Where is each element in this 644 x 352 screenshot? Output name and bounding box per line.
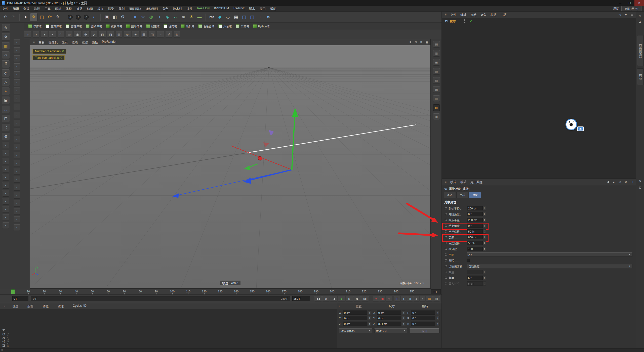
viewport-menu-5[interactable]: 过滤 <box>80 40 90 44</box>
object-manager-menu-5[interactable]: 标签 <box>489 13 499 17</box>
am-search-icon[interactable]: ◎ <box>617 180 622 184</box>
param-spinner[interactable]: ▲▼ <box>483 235 486 239</box>
field-button-13[interactable]: 公式域 <box>236 24 249 28</box>
menu-item-18[interactable]: RealFlow <box>195 7 212 11</box>
menu-item-11[interactable]: 渲染 <box>106 7 116 11</box>
spinner-down-icon[interactable]: ▼ <box>403 318 405 320</box>
timeline-ruler[interactable]: 0 F 102030405060708090100110120130140150… <box>0 289 441 295</box>
sidebar-extra-icon-6[interactable]: ▪ <box>3 182 9 189</box>
menu-item-4[interactable]: 选择 <box>32 7 42 11</box>
coordinate-spinner[interactable]: ▲▼ <box>402 316 405 320</box>
palette-slot-icon-23[interactable]: ▫ <box>14 216 20 223</box>
coordinate-spinner[interactable]: ▲▼ <box>368 316 371 320</box>
spinner-down-icon[interactable]: ▼ <box>484 278 485 279</box>
position-y-field[interactable]: 0 cm <box>343 316 367 320</box>
panel-grip-icon[interactable]: ⠿ <box>337 305 342 307</box>
rotation-toggle[interactable]: R <box>407 296 413 301</box>
position-toggle[interactable]: P <box>394 296 400 301</box>
attribute-tab-1[interactable]: 基本 <box>444 192 456 198</box>
attribute-manager-menu-1[interactable]: 模式 <box>448 180 458 184</box>
viewport-menu-6[interactable]: 面板 <box>90 40 100 44</box>
palette-slot-icon-21[interactable]: ▫ <box>14 200 20 207</box>
sculpt-pull-icon[interactable]: ◔ <box>24 31 31 38</box>
editor-visibility-dot[interactable] <box>464 19 465 21</box>
spline-pen-icon[interactable]: ✑ <box>139 13 147 21</box>
viewport-menu-2[interactable]: 摄像机 <box>47 40 60 44</box>
param-value-field[interactable]: 200 cm <box>467 206 483 210</box>
scale-tool-icon[interactable]: ◳ <box>38 13 46 21</box>
sculpt-fill-icon[interactable]: ◧ <box>99 31 106 38</box>
spinner-down-icon[interactable]: ▼ <box>484 220 485 221</box>
material-tab-5[interactable]: Cycles 4D <box>70 304 89 308</box>
sculpt-mirror-icon[interactable]: ◫ <box>149 31 155 38</box>
spinner-down-icon[interactable]: ▼ <box>437 324 439 325</box>
material-tab-3[interactable]: 功能 <box>40 304 51 308</box>
mograph-icon[interactable]: ∷ <box>172 13 179 21</box>
menu-item-3[interactable]: 创建 <box>21 7 32 11</box>
param-checkbox[interactable] <box>467 259 470 262</box>
attribute-manager-menu-2[interactable]: 编辑 <box>458 180 468 184</box>
render-settings-icon[interactable]: ⚙ <box>119 13 127 21</box>
previous-key-button[interactable]: ◀● <box>322 296 330 301</box>
spinner-down-icon[interactable]: ▼ <box>484 208 485 210</box>
current-frame-box[interactable]: 0 F <box>431 289 441 294</box>
field-button-12[interactable]: 声音域 <box>218 24 232 28</box>
keyframe-dot-icon[interactable] <box>445 271 447 273</box>
am-lock-icon[interactable]: ◻ <box>629 180 634 184</box>
palette-layout-icon-8[interactable]: ◧ <box>433 104 440 111</box>
menu-item-23[interactable]: 帮助 <box>268 7 278 11</box>
spinner-down-icon[interactable]: ▼ <box>403 324 405 325</box>
sculpt-scrape-icon[interactable]: ◭ <box>91 31 97 38</box>
spinner-down-icon[interactable]: ▼ <box>484 284 485 285</box>
go-to-end-button[interactable]: ▶▮ <box>361 296 369 301</box>
maximize-button[interactable]: ▢ <box>625 0 634 6</box>
sculpt-erase-icon[interactable]: ◨ <box>107 31 114 38</box>
strip-search-icon[interactable]: ◎ <box>638 14 643 18</box>
shader-ball-icon[interactable]: ◆ <box>216 13 224 21</box>
coordinate-spinner[interactable]: ▲▼ <box>402 311 405 315</box>
palette-layout-icon-7[interactable]: ◫ <box>433 95 440 102</box>
material-tab-4[interactable]: 纹理 <box>55 304 66 308</box>
plugin-puzzle-icon[interactable]: ◰ <box>240 13 248 21</box>
sidebar-extra-icon-10[interactable]: ▪ <box>3 214 9 221</box>
object-manager-menu-1[interactable]: 文件 <box>448 13 458 17</box>
light-icon[interactable]: ☀ <box>188 13 195 21</box>
sculpt-inflate-icon[interactable]: ◉ <box>74 31 81 38</box>
menu-item-5[interactable]: 工具 <box>42 7 53 11</box>
keyframe-dot-icon[interactable] <box>445 248 447 250</box>
tab-structure[interactable]: 构造 <box>637 68 643 85</box>
param-value-field[interactable]: 200 cm <box>467 218 483 222</box>
strip-lock-icon[interactable]: ◻ <box>638 185 643 190</box>
instance-icon[interactable]: ◈ <box>164 13 171 21</box>
plugin-puzzle-icon-2[interactable]: ◱ <box>248 13 256 21</box>
param-spinner[interactable]: ▲▼ <box>483 241 486 245</box>
strip-plus-icon[interactable]: ✚ <box>638 20 643 25</box>
menu-item-21[interactable]: 脚本 <box>247 7 257 11</box>
param-spinner[interactable]: ▲▼ <box>483 281 486 286</box>
field-button-5[interactable]: 圆锥体域 <box>86 24 102 28</box>
param-select[interactable]: 自动适应▼ <box>467 264 632 268</box>
playhead-marker[interactable] <box>11 289 15 294</box>
menu-item-13[interactable]: 运动跟踪 <box>127 7 143 11</box>
material-tab-1[interactable]: 创建 <box>10 304 21 308</box>
palette-slot-icon-14[interactable]: ▫ <box>14 144 20 150</box>
play-button[interactable]: ▶ <box>338 296 345 301</box>
panel-grip-icon[interactable]: ⠿ <box>31 41 36 43</box>
palette-layout-icon-9[interactable]: ◨ <box>433 113 440 120</box>
field-button-4[interactable]: 圆柱体域 <box>66 24 82 28</box>
next-key-button[interactable]: ●▶ <box>353 296 361 301</box>
spinner-down-icon[interactable]: ▼ <box>484 232 485 233</box>
panel-grip-icon[interactable]: ⠿ <box>2 305 7 307</box>
field-button-2[interactable]: 球体域 <box>28 24 42 28</box>
sidebar-extra-icon-4[interactable]: ▪ <box>3 166 9 172</box>
size-x-field[interactable]: 0 cm <box>377 311 401 315</box>
x-axis-knob[interactable] <box>258 156 262 160</box>
menu-item-14[interactable]: 运动图形 <box>143 7 160 11</box>
menu-item-22[interactable]: 窗口 <box>257 7 268 11</box>
palette-slot-icon-12[interactable]: ▫ <box>14 128 20 134</box>
ime-indicator-logo[interactable] <box>566 119 577 130</box>
apply-button[interactable]: 应用 <box>409 328 439 333</box>
keyframe-selection-button[interactable]: ○ <box>386 296 392 301</box>
param-value-field[interactable]: 800 cm <box>467 235 483 239</box>
menu-item-20[interactable]: Redshift <box>231 7 247 11</box>
